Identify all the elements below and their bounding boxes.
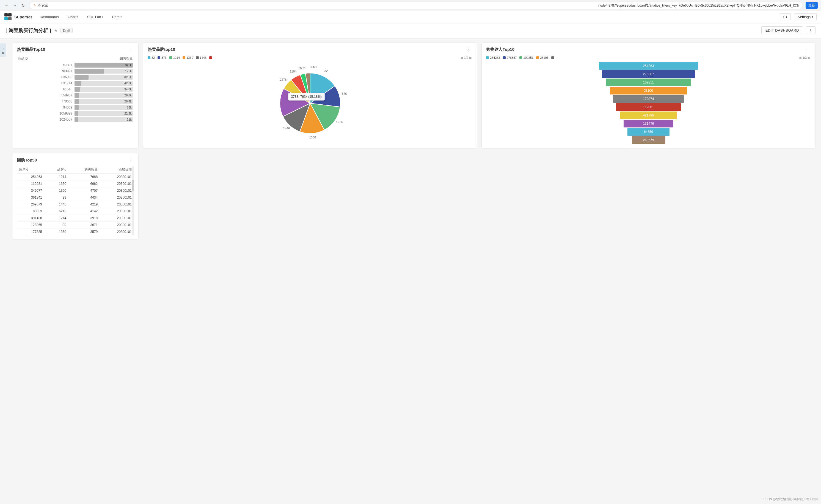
- pie-svg: 823761214136014462276210416623969: [272, 65, 349, 142]
- pie-label: 1214: [336, 120, 342, 124]
- cell-brand: 99: [44, 222, 68, 229]
- pie-legend-item: 82: [148, 56, 155, 59]
- bar-table-row: 631714 42.8k: [17, 80, 134, 86]
- bar-fill: [74, 111, 78, 116]
- bar-chart-table: 商品ID 销售数量 67897 346k 783997 178k: [17, 55, 134, 122]
- funnel-legend-prev-btn[interactable]: ◀: [798, 55, 801, 60]
- pie-chart-card: 热卖品牌top10 ⋮ 82376121413601446◀1/2▶ 82376…: [143, 42, 477, 149]
- legend-prev-btn[interactable]: ◀: [460, 55, 463, 60]
- table-row: 83653 6215 4142 20300101: [17, 208, 134, 215]
- bar-bg: 42.8k: [74, 81, 133, 86]
- nav-charts[interactable]: Charts: [66, 14, 79, 20]
- bar-fill: [74, 87, 80, 92]
- funnel-chart-more-btn[interactable]: ⋮: [803, 46, 811, 53]
- legend-next-btn[interactable]: ▶: [469, 55, 472, 60]
- bar-chart-more-btn[interactable]: ⋮: [126, 46, 134, 53]
- legend-dot: [196, 56, 199, 59]
- draft-badge: Draft: [60, 28, 73, 33]
- filter-toggle[interactable]: → ☰: [0, 43, 6, 57]
- nav-dashboards[interactable]: Dashboards: [38, 14, 60, 20]
- cell-qty: 4434: [68, 194, 100, 201]
- table-card-more-btn[interactable]: ⋮: [126, 157, 134, 163]
- bar-id-cell: 559967: [17, 92, 73, 98]
- table-row: 269579 1446 4219 20300101: [17, 201, 134, 208]
- pie-tooltip: 3738: 763k (15.18%): [288, 93, 325, 101]
- bar-table-row: 67897 346k: [17, 62, 134, 68]
- cell-brand: 99: [44, 194, 68, 201]
- col-qty: 购买数量: [68, 166, 100, 173]
- cell-qty: 7688: [68, 173, 100, 180]
- bar-bg: 82.5k: [74, 75, 133, 80]
- bar-label: 82.5k: [124, 76, 132, 79]
- pie-chart-more-btn[interactable]: ⋮: [465, 46, 472, 53]
- data-arrow: ▾: [120, 15, 122, 18]
- add-button[interactable]: + ▾: [779, 13, 791, 20]
- address-bar[interactable]: ⚠ 不安全 node4:8787/superset/dashboard/1/?n…: [29, 2, 803, 9]
- funnel-legend-next-btn[interactable]: ▶: [808, 55, 811, 60]
- top-charts-row: 热卖商品Top10 ⋮ 商品ID 销售数量 67897 346k: [12, 42, 816, 149]
- funnel-bar: 179074: [613, 95, 684, 103]
- legend-label: 1214: [173, 56, 180, 59]
- legend-label: 376: [161, 56, 166, 59]
- cell-qty: 3918: [68, 215, 100, 222]
- pie-legend-item: [209, 56, 213, 59]
- more-options-button[interactable]: ⋮: [806, 26, 816, 34]
- funnel-chart-header: 购物达人Top10 ⋮: [486, 46, 811, 53]
- bar-qty-cell: 28.8k: [73, 92, 134, 98]
- forward-button[interactable]: →: [12, 2, 18, 9]
- pie-legend-item: 1360: [182, 56, 193, 59]
- legend-dot: [148, 56, 150, 59]
- nav-data[interactable]: Data ▾: [111, 14, 123, 20]
- nav-sqllab[interactable]: SQL Lab ▾: [86, 14, 104, 20]
- table-row: 361341 99 4434 20300101: [17, 194, 134, 201]
- back-button[interactable]: ←: [3, 2, 10, 9]
- url-text: 不安全: [38, 3, 596, 8]
- pie-label: 1446: [283, 127, 290, 130]
- funnel-bar: 131476: [624, 120, 673, 127]
- pie-label: 2276: [280, 78, 286, 81]
- dashboard-content: → ☰ 热卖商品Top10 ⋮ 商品ID 销售数量 67897: [0, 38, 821, 244]
- bar-table-row: 1059899 22.2k: [17, 110, 134, 116]
- scrollbar-thumb[interactable]: [132, 180, 134, 191]
- bar-label: 178k: [125, 69, 132, 73]
- funnel-bar: 269579: [632, 136, 666, 144]
- cell-qty: 4219: [68, 201, 100, 208]
- cell-uid: 83653: [17, 208, 44, 215]
- bar-table-row: 770668 28.4k: [17, 98, 134, 104]
- settings-button[interactable]: Settings ▾: [794, 13, 817, 20]
- sqllab-arrow: ▾: [102, 15, 103, 18]
- reload-button[interactable]: ↻: [20, 2, 26, 9]
- funnel-legend-dot: [551, 56, 554, 59]
- cell-uid: 128965: [17, 222, 44, 229]
- pie-chart-header: 热卖品牌top10 ⋮: [148, 46, 472, 53]
- legend-dot: [209, 56, 212, 59]
- bar-id-cell: 783997: [17, 68, 73, 74]
- cell-date: 20300101: [100, 222, 134, 229]
- update-button[interactable]: 更新: [806, 2, 818, 9]
- cell-date: 20300101: [100, 187, 134, 194]
- cell-brand: 6215: [44, 208, 68, 215]
- edit-dashboard-button[interactable]: EDIT DASHBOARD: [761, 26, 803, 34]
- pie-legend: 82376121413601446◀1/2▶: [148, 55, 472, 60]
- col-id-header: 商品ID: [17, 55, 73, 62]
- funnel-legend-label: 254263: [490, 56, 500, 59]
- col-qty-header: 销售数量: [73, 55, 134, 62]
- bar-qty-cell: 23k: [73, 104, 134, 110]
- bar-id-cell: 770668: [17, 98, 73, 104]
- funnel-legend-item: 109251: [519, 56, 533, 59]
- bar-table-row: 61518 34.8k: [17, 86, 134, 92]
- bar-bg: 346k: [74, 63, 133, 68]
- table-scroll[interactable]: 用户id 品牌id 购买数量 添加日期 254263 1214 7688 203…: [17, 166, 134, 235]
- cell-qty: 4142: [68, 208, 100, 215]
- cell-date: 20300101: [100, 180, 134, 187]
- col-uid: 用户id: [17, 166, 44, 173]
- star-icon[interactable]: ★: [54, 28, 58, 33]
- legend-page: 1/2: [464, 56, 468, 59]
- cell-date: 20300101: [100, 201, 134, 208]
- security-icon: ⚠: [33, 4, 36, 7]
- funnel-legend-dot: [503, 56, 506, 59]
- funnel-legend-dot: [519, 56, 522, 59]
- table-row: 349577 1360 4707 20300101: [17, 187, 134, 194]
- bar-bg: 178k: [74, 69, 133, 74]
- funnel-bar: 109251: [606, 79, 691, 86]
